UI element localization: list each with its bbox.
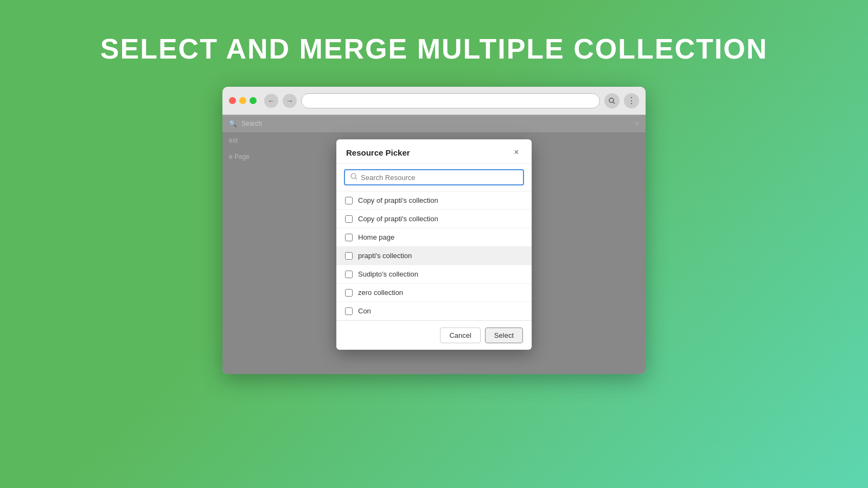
list-item-checkbox[interactable] — [345, 252, 353, 260]
svg-line-3 — [355, 178, 357, 179]
svg-point-0 — [609, 98, 614, 102]
list-item-checkbox[interactable] — [345, 289, 353, 297]
svg-point-2 — [351, 174, 356, 178]
list-item-label: Copy of prapti's collection — [358, 196, 438, 204]
modal-title: Resource Picker — [346, 148, 410, 157]
cancel-button[interactable]: Cancel — [440, 328, 480, 343]
list-item[interactable]: Copy of prapti's collection — [336, 191, 532, 210]
list-item[interactable]: prapti's collection — [336, 247, 532, 265]
list-item-checkbox[interactable] — [345, 197, 353, 204]
list-item[interactable]: Copy of prapti's collection — [336, 210, 532, 228]
list-item-label: prapti's collection — [358, 252, 412, 260]
list-item[interactable]: Home page — [336, 228, 532, 247]
traffic-lights — [229, 97, 257, 104]
modal-overlay: Resource Picker × — [222, 115, 646, 374]
minimize-traffic-light[interactable] — [239, 97, 246, 104]
list-item-label: Home page — [358, 233, 394, 241]
browser-window: ← → ⋮ 🔍 Search × est e Page Resource Pi — [222, 87, 646, 374]
address-bar[interactable] — [301, 93, 600, 108]
browser-chrome: ← → ⋮ — [222, 87, 646, 115]
list-item-label: zero collection — [358, 288, 403, 297]
page-title: SELECT AND MERGE MULTIPLE COLLECTION — [100, 33, 768, 65]
select-button[interactable]: Select — [485, 328, 523, 343]
list-item-checkbox[interactable] — [345, 215, 353, 223]
back-button[interactable]: ← — [264, 94, 278, 108]
maximize-traffic-light[interactable] — [250, 97, 257, 104]
list-item-label: Con — [358, 307, 371, 315]
modal-header: Resource Picker × — [336, 139, 532, 164]
search-wrapper — [344, 169, 524, 185]
modal-footer: Cancel Select — [336, 320, 532, 350]
list-item[interactable]: zero collection — [336, 284, 532, 302]
browser-content: 🔍 Search × est e Page Resource Picker × — [222, 115, 646, 374]
close-traffic-light[interactable] — [229, 97, 236, 104]
search-input[interactable] — [361, 174, 518, 182]
search-browser-button[interactable] — [604, 93, 620, 108]
list-item-label: Sudipto's collection — [358, 270, 418, 278]
menu-browser-button[interactable]: ⋮ — [624, 93, 639, 108]
list-item-checkbox[interactable] — [345, 234, 353, 241]
list-item-checkbox[interactable] — [345, 307, 353, 315]
resource-picker-modal: Resource Picker × — [336, 139, 532, 350]
list-item[interactable]: Sudipto's collection — [336, 265, 532, 284]
forward-button[interactable]: → — [283, 94, 297, 108]
svg-line-1 — [614, 102, 615, 104]
modal-list: Copy of prapti's collectionCopy of prapt… — [336, 191, 532, 320]
list-item-checkbox[interactable] — [345, 271, 353, 278]
modal-search-area — [336, 164, 532, 191]
search-icon — [350, 173, 358, 182]
list-item[interactable]: Con — [336, 302, 532, 320]
modal-close-button[interactable]: × — [511, 147, 522, 158]
list-item-label: Copy of prapti's collection — [358, 215, 438, 223]
